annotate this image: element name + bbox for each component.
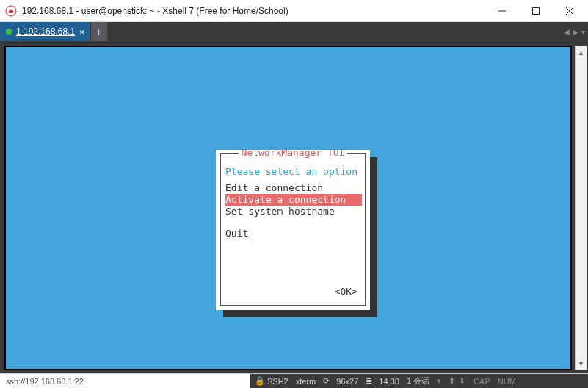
session-tab-label: 1 192.168.68.1 xyxy=(16,26,75,37)
tab-next-icon[interactable]: ▶ xyxy=(573,28,578,36)
app-icon xyxy=(4,4,18,18)
status-num: NUM xyxy=(498,377,516,386)
tui-item-edit[interactable]: Edit a connection xyxy=(225,182,362,194)
session-tab-active[interactable]: 1 192.168.68.1 × xyxy=(0,22,90,41)
status-cap: CAP xyxy=(473,377,490,386)
tui-prompt: Please select an option xyxy=(225,166,362,178)
close-button[interactable] xyxy=(553,0,587,22)
status-proto: SSH2 xyxy=(267,377,288,386)
tui-item-quit[interactable]: Quit xyxy=(225,228,362,240)
lock-icon: 🔒 xyxy=(255,376,265,386)
status-size: 96x27 xyxy=(336,377,358,386)
status-traffic-icon: ⬆ ⬇ xyxy=(449,376,466,386)
tab-add-button[interactable]: + xyxy=(91,22,107,41)
size-icon: ⟳ xyxy=(323,376,330,386)
vertical-scrollbar[interactable]: ▲ ▼ xyxy=(575,46,587,370)
tui-item-activate[interactable]: Activate a connection xyxy=(225,194,362,206)
minimize-button[interactable] xyxy=(485,0,519,22)
tui-menu: Edit a connection Activate a connection … xyxy=(225,182,362,218)
connection-status-icon xyxy=(6,29,12,35)
tui-item-hostname[interactable]: Set system hostname xyxy=(225,206,362,218)
maximize-button[interactable] xyxy=(519,0,553,22)
client-area: NetworkManager TUI Please select an opti… xyxy=(0,41,588,373)
status-cursor: 14,38 xyxy=(379,377,399,386)
window-title: 192.168.68.1 - user@openstick: ~ - Xshel… xyxy=(22,6,485,16)
tui-dialog: NetworkManager TUI Please select an opti… xyxy=(216,150,370,310)
sessions-menu-icon[interactable]: ▾ xyxy=(437,376,441,386)
tab-strip: 1 192.168.68.1 × + ◀ ▶ ▾ xyxy=(0,22,588,41)
status-connection: ssh://192.168.68.1:22 xyxy=(0,377,90,386)
window-titlebar: 192.168.68.1 - user@openstick: ~ - Xshel… xyxy=(0,0,588,22)
tui-title-bar: NetworkManager TUI xyxy=(221,147,365,159)
tab-menu-icon[interactable]: ▾ xyxy=(581,28,585,36)
terminal-viewport[interactable]: NetworkManager TUI Please select an opti… xyxy=(4,46,572,370)
cursor-icon: ≣ xyxy=(366,376,372,386)
tab-prev-icon[interactable]: ◀ xyxy=(564,28,570,36)
status-sessions: 1 会话 xyxy=(407,376,429,387)
svg-rect-2 xyxy=(533,7,540,14)
status-term: xterm xyxy=(296,377,316,386)
scroll-up-icon[interactable]: ▲ xyxy=(576,46,587,59)
scroll-track[interactable] xyxy=(576,59,587,357)
status-bar: ssh://192.168.68.1:22 🔒SSH2 xterm ⟳ 96x2… xyxy=(0,373,588,388)
tui-title: NetworkManager TUI xyxy=(239,147,348,159)
tab-close-icon[interactable]: × xyxy=(79,27,85,37)
tab-nav: ◀ ▶ ▾ xyxy=(564,22,585,41)
tui-ok-button[interactable]: <OK> xyxy=(335,286,357,298)
scroll-down-icon[interactable]: ▼ xyxy=(576,357,587,370)
